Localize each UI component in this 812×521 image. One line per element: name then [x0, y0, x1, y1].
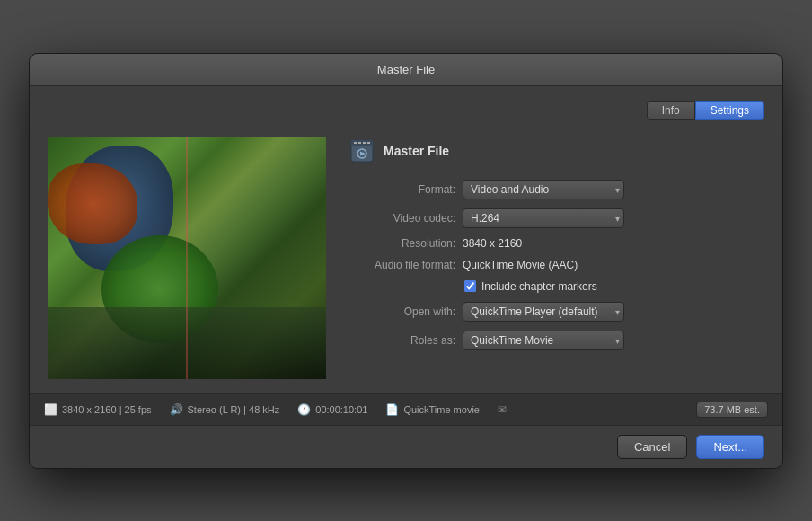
- roles-as-row: Roles as: QuickTime Movie Other...: [348, 331, 764, 350]
- roles-select[interactable]: QuickTime Movie Other...: [463, 331, 624, 350]
- tab-info[interactable]: Info: [647, 101, 695, 120]
- resolution-label: Resolution:: [348, 237, 455, 250]
- file-size-badge: 73.7 MB est.: [696, 402, 768, 418]
- format-select-wrapper: Video and Audio Video Only Audio Only: [463, 180, 624, 199]
- email-icon: ✉: [498, 403, 507, 416]
- preview-container: [48, 137, 326, 379]
- preview-area: [48, 137, 326, 379]
- preview-center-line: [187, 137, 188, 379]
- status-audio: 🔊 Stereo (L R) | 48 kHz: [170, 403, 280, 416]
- resolution-row: Resolution: 3840 x 2160: [348, 237, 764, 250]
- video-codec-label: Video codec:: [348, 212, 455, 225]
- file-icon: [348, 137, 376, 165]
- video-codec-select[interactable]: H.264 H.265 Apple ProRes 422 Apple ProRe…: [463, 208, 624, 228]
- status-filetype-value: QuickTime movie: [403, 404, 480, 415]
- roles-label: Roles as:: [348, 334, 455, 347]
- main-window: Master File Info Settings: [29, 53, 783, 469]
- svg-rect-3: [358, 142, 361, 144]
- status-email: ✉: [498, 403, 507, 416]
- content-area: Info Settings: [30, 86, 782, 393]
- file-header: Master File: [348, 137, 764, 165]
- chapter-markers-checkbox[interactable]: [464, 280, 476, 292]
- svg-rect-5: [367, 142, 370, 144]
- open-with-row: Open with: QuickTime Player (default) VL…: [348, 302, 764, 322]
- button-bar: Cancel Next...: [30, 425, 782, 468]
- tab-settings[interactable]: Settings: [695, 101, 764, 120]
- status-filetype: 📄 QuickTime movie: [385, 403, 480, 416]
- clock-icon: 🕐: [297, 403, 311, 416]
- file-type-icon: 📄: [385, 403, 399, 416]
- status-duration: 🕐 00:00:10:01: [297, 403, 367, 416]
- status-audio-value: Stereo (L R) | 48 kHz: [188, 404, 280, 415]
- audio-format-label: Audio file format:: [348, 259, 455, 271]
- format-select[interactable]: Video and Audio Video Only Audio Only: [463, 180, 624, 199]
- window-title: Master File: [377, 63, 435, 76]
- status-resolution-value: 3840 x 2160 | 25 fps: [62, 404, 152, 415]
- settings-panel: Master File Format: Video and Audio Vide…: [348, 137, 764, 350]
- audio-icon: 🔊: [170, 403, 183, 416]
- tab-bar: Info Settings: [48, 101, 764, 120]
- format-row: Format: Video and Audio Video Only Audio…: [348, 180, 764, 199]
- svg-rect-2: [354, 142, 357, 144]
- cancel-button[interactable]: Cancel: [617, 435, 687, 459]
- open-with-label: Open with:: [348, 305, 455, 318]
- audio-format-row: Audio file format: QuickTime Movie (AAC): [348, 259, 764, 271]
- audio-format-value: QuickTime Movie (AAC): [463, 259, 578, 271]
- resolution-value: 3840 x 2160: [463, 237, 522, 250]
- status-resolution: ⬜ 3840 x 2160 | 25 fps: [44, 403, 152, 416]
- video-codec-select-wrapper: H.264 H.265 Apple ProRes 422 Apple ProRe…: [463, 208, 624, 228]
- svg-rect-4: [363, 142, 366, 144]
- titlebar: Master File: [30, 54, 782, 86]
- next-button[interactable]: Next...: [696, 435, 764, 459]
- video-codec-row: Video codec: H.264 H.265 Apple ProRes 42…: [348, 208, 764, 228]
- roles-select-wrapper: QuickTime Movie Other...: [463, 331, 624, 350]
- status-duration-value: 00:00:10:01: [315, 404, 367, 415]
- format-label: Format:: [348, 183, 455, 196]
- resolution-icon: ⬜: [44, 403, 57, 416]
- main-content: Master File Format: Video and Audio Vide…: [48, 137, 764, 379]
- movie-file-icon-svg: [349, 138, 375, 163]
- parrot-orange-decoration: [48, 163, 137, 244]
- open-with-select-wrapper: QuickTime Player (default) VLC Other...: [463, 302, 624, 322]
- status-bar: ⬜ 3840 x 2160 | 25 fps 🔊 Stereo (L R) | …: [30, 393, 782, 425]
- chapter-markers-row: Include chapter markers: [348, 280, 764, 293]
- chapter-markers-label: Include chapter markers: [481, 280, 597, 293]
- open-with-select[interactable]: QuickTime Player (default) VLC Other...: [463, 302, 624, 322]
- file-title: Master File: [384, 144, 449, 158]
